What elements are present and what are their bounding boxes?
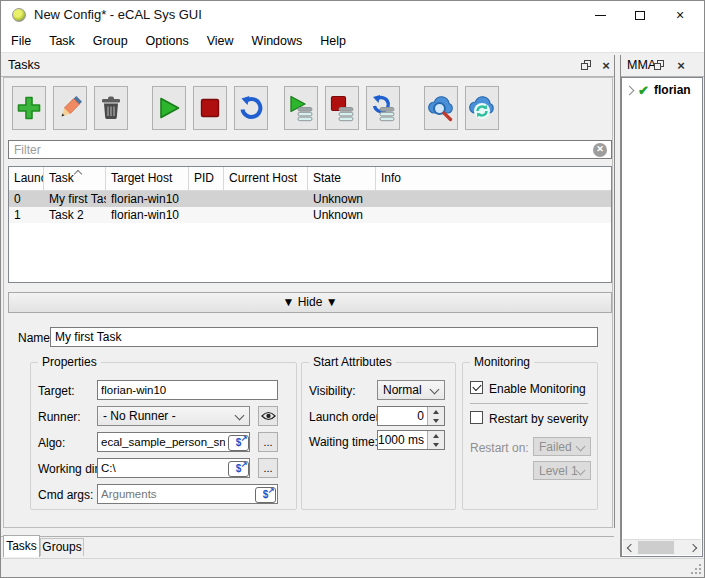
waiting-time-label: Waiting time: [309, 435, 378, 449]
mma-dock-close-button[interactable]: × [673, 58, 689, 73]
float-window-icon [654, 60, 665, 71]
close-icon: × [602, 59, 610, 72]
float-window-icon [581, 60, 592, 71]
cmdargs-input[interactable] [97, 484, 278, 504]
runner-select[interactable]: - No Runner - [97, 406, 250, 426]
horizontal-scrollbar[interactable] [623, 539, 701, 555]
column-header-launch[interactable]: Launch [9, 167, 44, 190]
cell-state: Unknown [308, 191, 376, 207]
restart-by-severity-checkbox[interactable] [470, 411, 483, 424]
restart-selected-tasks-button[interactable] [366, 86, 400, 130]
cell-launch: 1 [9, 207, 44, 223]
restart-on-label: Restart on: [470, 441, 529, 455]
chevron-down-icon [576, 442, 586, 452]
name-label: Name: [18, 331, 53, 345]
filter-input[interactable] [8, 140, 612, 159]
tasks-dock-float-button[interactable] [578, 58, 594, 73]
column-header-current-host[interactable]: Current Host [224, 167, 308, 190]
add-task-button[interactable] [12, 86, 46, 130]
properties-title: Properties [38, 355, 101, 369]
tasks-dock-close-button[interactable]: × [598, 58, 614, 73]
algo-label: Algo: [38, 436, 65, 450]
browse-workdir-button[interactable]: ... [258, 458, 278, 478]
cell-state: Unknown [308, 207, 376, 223]
restart-tasks-button[interactable] [234, 86, 268, 130]
table-row[interactable]: 1 Task 2 florian-win10 Unknown [9, 207, 611, 223]
tab-tasks[interactable]: Tasks [3, 535, 40, 557]
edit-pencil-icon [56, 94, 84, 122]
menu-file[interactable]: File [2, 30, 40, 53]
mma-tree: ✔ florian [621, 77, 703, 557]
task-name-input[interactable] [50, 327, 598, 347]
close-icon: × [676, 8, 684, 22]
menu-view[interactable]: View [198, 30, 243, 53]
maximize-button[interactable] [620, 0, 660, 30]
close-button[interactable]: × [660, 0, 700, 30]
visibility-label: Visibility: [309, 384, 355, 398]
eye-icon [261, 411, 276, 421]
launch-order-value: 0 [378, 407, 427, 425]
app-icon [12, 8, 26, 22]
dock-splitter[interactable] [614, 55, 615, 528]
column-header-info[interactable]: Info [376, 167, 611, 190]
visibility-select[interactable]: Normal [377, 380, 445, 400]
tab-groups[interactable]: Groups [40, 538, 84, 556]
launch-order-stepper[interactable]: 0 [377, 406, 445, 426]
table-row[interactable]: 0 My first Task florian-win10 Unknown [9, 191, 611, 207]
play-list-icon [287, 94, 315, 122]
env-expand-icon[interactable]: $↗ [228, 461, 249, 477]
start-tasks-button[interactable] [152, 86, 186, 130]
browse-algo-button[interactable]: ... [258, 432, 278, 452]
hide-details-button[interactable]: ▼ Hide ▼ [8, 292, 612, 313]
stop-selected-tasks-button[interactable] [325, 86, 359, 130]
mma-dock-float-button[interactable] [651, 58, 667, 73]
delete-task-button[interactable] [94, 86, 128, 130]
menu-group[interactable]: Group [84, 30, 137, 53]
spin-down-icon[interactable] [428, 416, 444, 425]
minimize-button[interactable] [580, 0, 620, 30]
stop-icon [196, 94, 224, 122]
mma-dock-titlebar: MMA × [621, 55, 704, 77]
start-selected-tasks-button[interactable] [284, 86, 318, 130]
chevron-down-icon [430, 385, 440, 395]
menubar: File Task Group Options View Windows Hel… [0, 30, 705, 53]
update-from-cloud-button[interactable] [465, 86, 499, 130]
column-header-pid[interactable]: PID [189, 167, 224, 190]
tasks-dock-titlebar: Tasks × [0, 55, 614, 77]
chevron-down-icon [235, 411, 245, 421]
cell-current-host [224, 191, 308, 207]
spin-down-icon[interactable] [428, 440, 444, 449]
menu-windows[interactable]: Windows [243, 30, 312, 53]
column-header-target-host[interactable]: Target Host [106, 167, 189, 190]
cell-current-host [224, 207, 308, 223]
menu-task[interactable]: Task [40, 30, 84, 53]
target-input[interactable] [97, 380, 278, 400]
mma-host-item[interactable]: ✔ florian [622, 82, 702, 99]
resize-grip[interactable] [691, 564, 701, 574]
scroll-right-icon[interactable] [687, 540, 701, 555]
enable-monitoring-label: Enable Monitoring [489, 382, 586, 396]
divider [470, 403, 588, 404]
env-expand-icon[interactable]: $↗ [228, 435, 249, 451]
scrollbar-thumb[interactable] [638, 541, 674, 554]
show-runner-button[interactable] [258, 406, 278, 426]
restart-on-select: Failed [533, 437, 591, 456]
scroll-left-icon[interactable] [623, 540, 637, 555]
stop-tasks-button[interactable] [193, 86, 227, 130]
table-header: Launch Task Target Host PID Current Host… [9, 167, 611, 191]
clear-filter-icon[interactable]: ✕ [593, 143, 607, 157]
cell-task: Task 2 [44, 207, 106, 223]
waiting-time-stepper[interactable]: 1000 ms [377, 430, 445, 450]
menu-help[interactable]: Help [311, 30, 355, 53]
menu-options[interactable]: Options [137, 30, 198, 53]
edit-task-button[interactable] [53, 86, 87, 130]
find-tasks-button[interactable] [424, 86, 458, 130]
severity-level-select: Level 1 [533, 461, 591, 480]
trash-icon [97, 94, 125, 122]
column-header-state[interactable]: State [308, 167, 376, 190]
expand-chevron-icon[interactable] [625, 86, 635, 96]
env-expand-icon[interactable]: $↗ [255, 487, 276, 503]
column-header-task[interactable]: Task [44, 167, 106, 190]
filter-bar: ✕ [8, 140, 612, 159]
enable-monitoring-checkbox[interactable] [470, 381, 483, 394]
